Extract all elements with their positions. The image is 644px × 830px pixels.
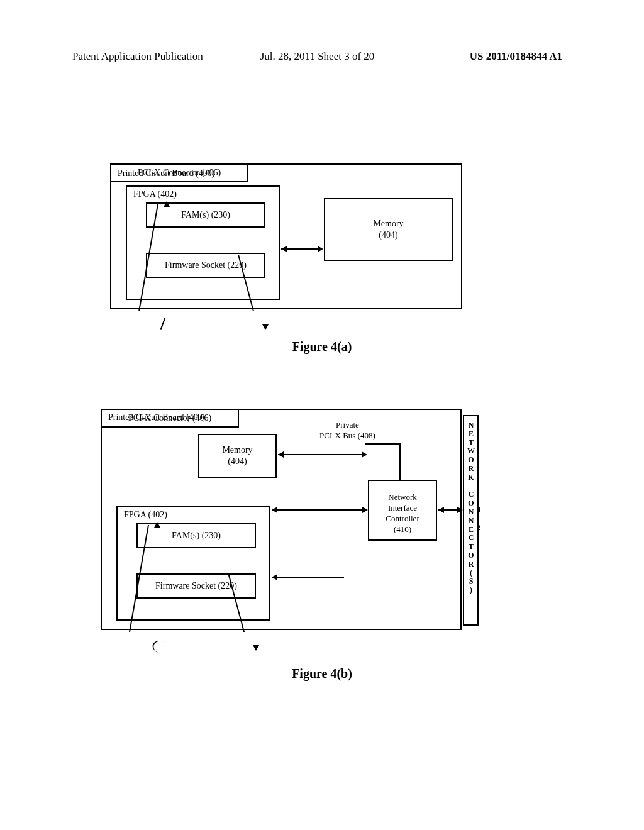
arrow-down-icon	[262, 324, 269, 330]
figure-4b: Printed Circuit Board (400) Memory (404)…	[101, 409, 478, 648]
bus-horizontal-b	[365, 443, 401, 445]
pcb-label-b: Printed Circuit Board (400)	[108, 412, 205, 423]
arrow-left-icon	[278, 451, 284, 458]
figure-4a-caption: Figure 4(a)	[0, 340, 644, 354]
arrow-right-icon	[318, 246, 323, 252]
memory-box-b: Memory (404)	[198, 434, 277, 478]
bus-vertical-b	[399, 443, 401, 480]
arrow-left-icon	[281, 246, 287, 252]
arrow-right-icon	[362, 451, 367, 458]
pcb-label-a: Printed Circuit Board (400)	[118, 169, 214, 179]
figure-4b-caption: Figure 4(b)	[0, 667, 644, 681]
pcix-tail-b	[150, 638, 172, 656]
header-left: Patent Application Publication	[72, 50, 236, 63]
arrow-right-icon	[362, 507, 368, 513]
arrow-down-icon	[253, 645, 259, 651]
bus-label-b: Private PCI-X Bus (408)	[319, 420, 375, 441]
connector-memory-bus-b	[278, 454, 366, 455]
network-connector-label-b: NETWORK CONNECTOR(S)	[467, 421, 475, 595]
arrow-left-icon	[438, 507, 444, 513]
page-header: Patent Application Publication Jul. 28, …	[72, 50, 562, 63]
nic-box-b: Network Interface Controller (410)	[368, 480, 437, 541]
header-middle: Jul. 28, 2011 Sheet 3 of 20	[236, 50, 399, 63]
fpga-label-a: FPGA (402)	[133, 189, 177, 199]
network-connector-number-b: 412	[477, 506, 480, 532]
header-right: US 2011/0184844 A1	[399, 50, 562, 63]
figure-4a: Printed Circuit Board (400) FPGA (402) F…	[110, 163, 462, 321]
connector-fpga-memory-a	[281, 248, 322, 250]
fpga-label-b: FPGA (402)	[124, 510, 167, 520]
connector-fpga-nic-b	[272, 509, 366, 511]
memory-box-a: Memory (404)	[324, 198, 453, 261]
connector-fw-right-b	[272, 577, 344, 578]
arrow-up-icon	[154, 522, 160, 528]
arrow-up-icon	[164, 201, 170, 207]
arrow-left-icon	[272, 574, 277, 580]
pcix-tail-a	[160, 318, 182, 336]
arrow-left-icon	[272, 507, 277, 513]
arrow-right-icon	[457, 507, 463, 513]
